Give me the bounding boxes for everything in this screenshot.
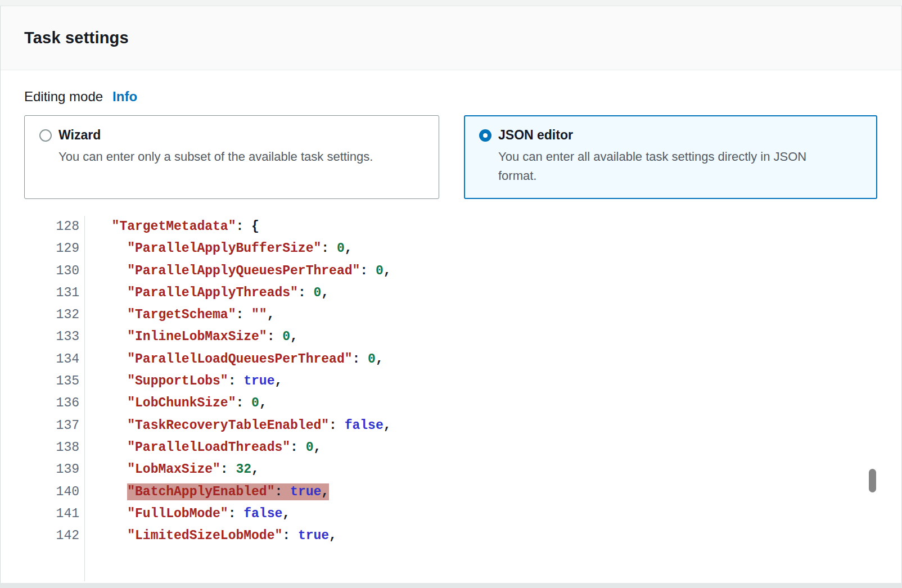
option-head: JSON editor: [479, 128, 865, 143]
code-line[interactable]: "InlineLobMaxSize": 0,: [96, 326, 901, 348]
radio-json-editor[interactable]: [479, 129, 491, 142]
line-number: 140: [24, 481, 79, 503]
line-number: 130: [24, 260, 79, 282]
code-line[interactable]: "ParallelApplyBufferSize": 0,: [96, 238, 901, 260]
highlighted-line-segment: "BatchApplyEnabled": true,: [127, 483, 329, 500]
line-number: 129: [24, 238, 79, 260]
editing-mode-options: Wizard You can enter only a subset of th…: [24, 115, 901, 199]
code-line[interactable]: "LobMaxSize": 32,: [96, 459, 901, 481]
option-head: Wizard: [39, 128, 427, 143]
code-line[interactable]: "TargetSchema": "",: [96, 304, 901, 326]
page-background-top: [0, 0, 902, 6]
radio-wizard[interactable]: [39, 129, 52, 142]
line-number: 135: [24, 370, 79, 392]
option-description-json-editor: You can enter all available task setting…: [498, 147, 847, 186]
line-number: 128: [24, 216, 79, 238]
code-line[interactable]: "ParallelLoadThreads": 0,: [96, 437, 901, 459]
code-line[interactable]: "ParallelApplyQueuesPerThread": 0,: [96, 260, 901, 282]
line-number: 137: [24, 415, 79, 437]
line-number: 132: [24, 304, 79, 326]
page-title: Task settings: [24, 29, 129, 47]
code-line[interactable]: "ParallelApplyThreads": 0,: [96, 282, 901, 304]
panel-content: Editing mode Info Wizard You can enter o…: [1, 89, 901, 581]
option-description-wizard: You can enter only a subset of the avail…: [58, 147, 407, 166]
line-number: 133: [24, 326, 79, 348]
panel-header: Task settings: [1, 6, 901, 70]
page-background-bottom: [0, 583, 902, 588]
scrollbar-thumb[interactable]: [869, 469, 876, 492]
code-line[interactable]: "SupportLobs": true,: [96, 370, 901, 392]
json-code-editor[interactable]: 1281291301311321331341351361371381391401…: [24, 216, 901, 581]
line-number: 131: [24, 282, 79, 304]
code-line[interactable]: "ParallelLoadQueuesPerThread": 0,: [96, 349, 901, 370]
line-number: 139: [24, 459, 79, 481]
option-label-wizard: Wizard: [58, 128, 101, 143]
code-line[interactable]: "LimitedSizeLobMode": true,: [96, 525, 901, 547]
line-number: 141: [24, 503, 79, 525]
editor-gutter: 1281291301311321331341351361371381391401…: [24, 216, 85, 581]
editor-code[interactable]: "TargetMetadata": { "ParallelApplyBuffer…: [85, 216, 901, 581]
line-number: 136: [24, 392, 79, 414]
editing-mode-label: Editing mode: [24, 89, 103, 105]
info-link[interactable]: Info: [112, 89, 137, 105]
code-line[interactable]: "TargetMetadata": {: [96, 216, 901, 238]
code-line[interactable]: "BatchApplyEnabled": true,: [96, 481, 901, 503]
task-settings-panel: Task settings Editing mode Info Wizard Y…: [0, 6, 902, 583]
line-number: 142: [24, 525, 79, 547]
code-line[interactable]: "FullLobMode": false,: [96, 503, 901, 525]
line-number: 134: [24, 349, 79, 370]
option-label-json-editor: JSON editor: [498, 128, 573, 143]
line-number: 138: [24, 437, 79, 459]
code-line[interactable]: "TaskRecoveryTableEnabled": false,: [96, 415, 901, 437]
option-card-wizard[interactable]: Wizard You can enter only a subset of th…: [24, 115, 439, 199]
option-card-json-editor[interactable]: JSON editor You can enter all available …: [464, 115, 877, 199]
editing-mode-row: Editing mode Info: [24, 89, 901, 105]
code-line[interactable]: "LobChunkSize": 0,: [96, 392, 901, 414]
